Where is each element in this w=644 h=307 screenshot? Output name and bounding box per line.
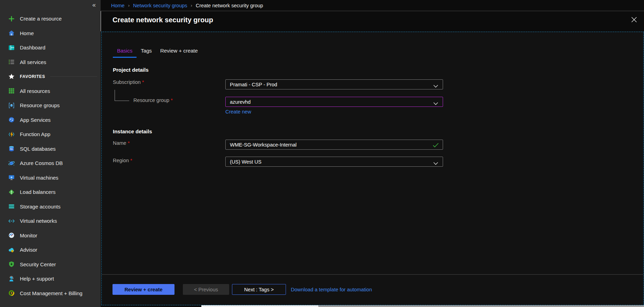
sidebar-item-dashboard[interactable]: Dashboard bbox=[0, 40, 101, 55]
project-details-heading: Project details bbox=[113, 67, 149, 73]
resource-group-label: Resource group* bbox=[133, 97, 173, 103]
resource-group-value: azurevhd bbox=[230, 99, 251, 105]
breadcrumb-current: Create network security group bbox=[196, 3, 263, 8]
sidebar-item-advisor[interactable]: Advisor bbox=[0, 243, 101, 257]
storage-accounts-icon bbox=[8, 203, 15, 210]
tab-bar: Basics Tags Review + create bbox=[113, 48, 202, 58]
sidebar-item-create-a-resource[interactable]: Create a resource bbox=[0, 11, 101, 26]
required-marker: * bbox=[171, 97, 173, 103]
resource-group-dropdown[interactable]: azurevhd bbox=[225, 97, 443, 107]
svg-text:$: $ bbox=[11, 292, 12, 295]
sidebar-item-sql-databases[interactable]: SQL SQL databases bbox=[0, 142, 101, 156]
app-services-icon bbox=[8, 116, 15, 124]
sidebar-item-security-center[interactable]: Security Center bbox=[0, 257, 101, 272]
resource-groups-icon bbox=[8, 102, 15, 109]
page-header: Create network security group bbox=[101, 11, 644, 31]
sidebar-item-azure-cosmos-db[interactable]: Azure Cosmos DB bbox=[0, 156, 101, 171]
breadcrumb-link-network-security-groups[interactable]: Network security groups bbox=[133, 3, 187, 8]
sidebar-nav: Create a resource Home Dashboard All ser… bbox=[0, 11, 101, 300]
sidebar-item-resource-groups[interactable]: Resource groups bbox=[0, 98, 101, 113]
sidebar-item-virtual-machines[interactable]: Virtual machines bbox=[0, 171, 101, 185]
create-nsg-panel: Basics Tags Review + create Project deta… bbox=[101, 32, 644, 305]
close-icon[interactable] bbox=[631, 16, 637, 23]
sidebar-item-storage-accounts[interactable]: Storage accounts bbox=[0, 199, 101, 214]
horizontal-scrollbar bbox=[201, 305, 644, 307]
svg-text:SQL: SQL bbox=[10, 149, 13, 150]
horizontal-scrollbar-thumb[interactable] bbox=[201, 305, 318, 307]
check-icon bbox=[433, 143, 439, 149]
review-create-button[interactable]: Review + create bbox=[112, 284, 174, 295]
required-marker: * bbox=[128, 140, 130, 146]
name-field-wrapper bbox=[225, 140, 443, 150]
create-new-link[interactable]: Create new bbox=[225, 109, 251, 115]
breadcrumb-separator-icon: › bbox=[128, 3, 130, 8]
sidebar-item-function-app[interactable]: Function App bbox=[0, 127, 101, 142]
main-area: Home › Network security groups › Create … bbox=[101, 0, 644, 307]
sidebar: « Create a resource Home Dashboard All s… bbox=[0, 0, 101, 307]
function-app-icon bbox=[8, 131, 15, 138]
name-label: Name* bbox=[113, 140, 130, 146]
load-balancers-icon bbox=[8, 188, 15, 196]
instance-details-heading: Instance details bbox=[113, 128, 152, 134]
subscription-dropdown[interactable]: Pramati - CSP - Prod bbox=[225, 79, 443, 89]
breadcrumb: Home › Network security groups › Create … bbox=[101, 0, 644, 11]
all-resources-icon bbox=[8, 87, 15, 95]
sidebar-item-app-services[interactable]: App Services bbox=[0, 113, 101, 127]
virtual-networks-icon bbox=[8, 217, 15, 225]
advisor-icon bbox=[8, 246, 15, 254]
connector-line bbox=[115, 101, 129, 101]
required-marker: * bbox=[142, 79, 144, 85]
breadcrumb-separator-icon: › bbox=[191, 3, 192, 8]
previous-button[interactable]: < Previous bbox=[183, 284, 229, 295]
tab-tags[interactable]: Tags bbox=[137, 48, 156, 58]
tab-basics[interactable]: Basics bbox=[113, 48, 137, 58]
name-input[interactable] bbox=[230, 142, 430, 148]
tab-review-create[interactable]: Review + create bbox=[156, 48, 202, 58]
connector-line bbox=[115, 90, 115, 101]
cosmos-db-icon bbox=[8, 159, 15, 167]
chevron-down-icon bbox=[433, 83, 438, 89]
footer-divider bbox=[102, 274, 643, 275]
page-title: Create network security group bbox=[112, 16, 213, 24]
subscription-value: Pramati - CSP - Prod bbox=[230, 82, 277, 87]
subscription-label: Subscription* bbox=[113, 79, 144, 85]
plus-icon bbox=[8, 15, 15, 23]
breadcrumb-link-home[interactable]: Home bbox=[111, 3, 125, 8]
security-center-icon bbox=[8, 260, 15, 268]
sidebar-item-help-support[interactable]: Help + support bbox=[0, 271, 101, 286]
monitor-icon bbox=[8, 231, 15, 239]
dashboard-icon bbox=[8, 44, 15, 52]
region-value: (US) West US bbox=[230, 159, 262, 165]
star-icon bbox=[8, 73, 15, 80]
sidebar-item-monitor[interactable]: Monitor bbox=[0, 228, 101, 243]
download-template-link[interactable]: Download a template for automation bbox=[291, 287, 372, 292]
chevron-down-icon bbox=[433, 101, 438, 106]
sidebar-item-all-services[interactable]: All services bbox=[0, 55, 101, 70]
chevron-down-icon bbox=[433, 160, 438, 166]
sidebar-collapse-button[interactable]: « bbox=[92, 1, 96, 9]
sidebar-item-all-resources[interactable]: All resources bbox=[0, 84, 101, 99]
required-marker: * bbox=[130, 158, 132, 163]
footer-actions: Review + create < Previous Next : Tags >… bbox=[112, 284, 372, 295]
sidebar-item-virtual-networks[interactable]: Virtual networks bbox=[0, 214, 101, 228]
sql-databases-icon: SQL bbox=[8, 145, 15, 152]
region-label: Region* bbox=[113, 158, 132, 163]
region-dropdown[interactable]: (US) West US bbox=[225, 157, 443, 167]
sidebar-favorites-header: FAVORITES bbox=[0, 69, 101, 84]
favorites-divider bbox=[50, 76, 97, 77]
help-support-icon bbox=[8, 275, 15, 283]
sidebar-item-load-balancers[interactable]: Load balancers bbox=[0, 185, 101, 199]
sidebar-item-home[interactable]: Home bbox=[0, 26, 101, 41]
virtual-machines-icon bbox=[8, 174, 15, 181]
all-services-icon bbox=[8, 58, 15, 66]
home-icon bbox=[8, 29, 15, 37]
sidebar-item-cost-management-billing[interactable]: $ Cost Management + Billing bbox=[0, 286, 101, 301]
next-tags-button[interactable]: Next : Tags > bbox=[232, 284, 286, 295]
cost-management-icon: $ bbox=[8, 289, 15, 297]
